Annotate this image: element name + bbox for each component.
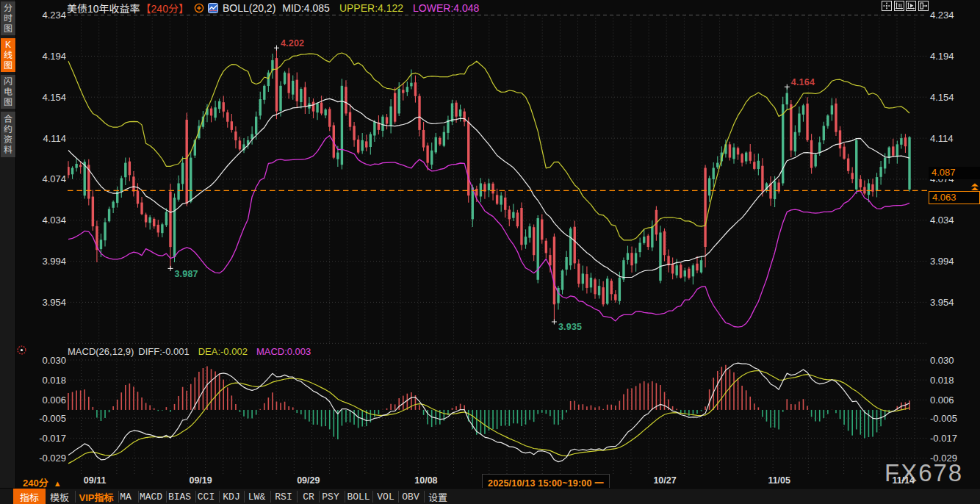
toolbar-divider — [398, 491, 399, 503]
exit-panel-icon[interactable] — [918, 1, 929, 11]
macd-axis-label: -0.005 — [35, 413, 66, 424]
price-axis-label: 4.074 — [35, 173, 66, 184]
toolbar-button-template[interactable]: 模板 — [50, 489, 69, 504]
toolbar-button-settings[interactable]: 设置 — [428, 489, 447, 504]
macd-panel — [68, 363, 909, 464]
toolbar-button-rsi[interactable]: RSI — [275, 489, 292, 504]
toolbar-divider — [270, 491, 271, 503]
price-axis-label: 4.114 — [35, 133, 66, 144]
mini-chart-icon[interactable] — [208, 3, 218, 13]
x-axis-date-label: 09/11 — [84, 475, 107, 486]
period-badge: 【240分】 — [141, 1, 189, 15]
x-axis-date-label: 10/08 — [414, 475, 437, 486]
toolbar-divider — [195, 491, 196, 503]
toolbar-divider — [424, 491, 425, 503]
time-axis: 240分▲ 09/1109/1909/2910/0810/2711/0511/1… — [0, 475, 980, 488]
chevron-up-icon: ▲ — [54, 479, 62, 488]
candlestick-chart-canvas[interactable] — [0, 0, 980, 504]
toolbar-button-kdj[interactable]: KDJ — [223, 489, 239, 504]
macd-axis-label: -0.005 — [930, 413, 965, 424]
price-axis-label: 4.194 — [35, 51, 66, 62]
macd-axis-label: 0.030 — [930, 355, 965, 366]
toolbar-divider — [75, 491, 76, 503]
boll-lower-value: LOWER:4.048 — [413, 2, 479, 14]
macd-dea-value: DEA:-0.002 — [198, 346, 248, 357]
chart-overlays — [68, 46, 979, 325]
x-axis-date-label: 11/05 — [768, 475, 790, 486]
toolbar-button-obv[interactable]: OBV — [402, 489, 419, 504]
boll-upper-value: UPPER:4.122 — [339, 2, 403, 14]
toolbar-divider — [219, 491, 220, 503]
price-axis-label: 4.234 — [35, 10, 66, 21]
macd-indicator-label: MACD(26,12,9) — [68, 346, 134, 357]
sidebar: 分时图 K线图 闪电图 合约资料 — [0, 0, 16, 488]
extreme-price-label: 3.935 — [558, 322, 582, 332]
toolbar-button-vip-indicator[interactable]: VIP指标 — [79, 489, 114, 504]
extreme-price-label: 3.987 — [174, 269, 198, 279]
extreme-price-label: 4.164 — [791, 77, 815, 87]
toolbar-divider — [297, 491, 298, 503]
macd-axis-label: 0.006 — [35, 395, 66, 406]
price-axis-label: 4.034 — [35, 215, 66, 226]
macd-macd-value: MACD:0.003 — [256, 346, 311, 357]
instrument-name: 美债10年收益率 — [67, 1, 140, 15]
macd-axis-label: 0.030 — [35, 355, 66, 366]
macd-axis-label: -0.029 — [35, 453, 66, 464]
toolbar-button-lw[interactable]: LW& — [248, 489, 265, 504]
period-text: 240分 — [23, 478, 48, 489]
pan-tool-icon[interactable] — [882, 1, 892, 11]
chart-title-bar: 美债10年收益率 【240分】 BOLL(20,2) MID:4.085 UPP… — [67, 1, 479, 15]
toolbar-button-psy[interactable]: PSY — [322, 489, 339, 504]
watermark: FX678 — [884, 459, 963, 487]
toolbar-divider — [166, 491, 167, 503]
toolbar-button-vol[interactable]: VOL — [377, 489, 394, 504]
macd-axis-label: 0.006 — [930, 395, 965, 406]
alert-bell-icon[interactable] — [16, 345, 27, 359]
indicator-toolbar: 指标模板VIP指标MAMACDBIASCCIKDJLW&RSICRPSYBOLL… — [0, 488, 980, 504]
extreme-price-label: 4.202 — [281, 38, 304, 48]
boll-indicator-label: BOLL(20,2) — [223, 2, 275, 14]
price-axis-label: 4.114 — [930, 133, 965, 144]
boll-mid-value: MID:4.085 — [282, 2, 330, 14]
toolbar-button-boll[interactable]: BOLL — [347, 489, 370, 504]
toolbar-divider — [372, 491, 373, 503]
price-axis-label: 3.954 — [35, 297, 66, 308]
sidebar-tab-flash-chart[interactable]: 闪电图 — [1, 75, 15, 109]
price-panel — [67, 48, 910, 327]
zoom-horizontal-icon[interactable] — [894, 1, 904, 11]
window-controls — [882, 1, 929, 11]
toolbar-button-bias[interactable]: BIAS — [168, 489, 191, 504]
toolbar-button-indicator[interactable]: 指标 — [13, 489, 46, 504]
last-price-tag: 4.087 — [929, 167, 980, 179]
sidebar-tab-contract-info[interactable]: 合约资料 — [1, 112, 15, 157]
price-axis-label: 4.234 — [930, 10, 965, 21]
toolbar-button-cr[interactable]: CR — [303, 489, 314, 504]
macd-axis-label: -0.017 — [35, 433, 66, 444]
macd-axis-label: -0.017 — [930, 433, 965, 444]
price-axis-label: 4.194 — [930, 51, 965, 62]
sidebar-tab-time-chart[interactable]: 分时图 — [1, 1, 15, 35]
price-axis-label: 4.154 — [35, 92, 66, 103]
alert-price-tag: 4.063 — [929, 191, 980, 204]
macd-header: MACD(26,12,9) DIFF:-0.001 DEA:-0.002 MAC… — [68, 346, 311, 357]
chart-application: 分时图 K线图 闪电图 合约资料 美债10年收益率 【240分】 BOLL(20… — [0, 0, 980, 504]
toolbar-button-cci[interactable]: CCI — [198, 489, 215, 504]
macd-diff-value: DIFF:-0.001 — [138, 346, 189, 357]
x-axis-date-label: 09/19 — [189, 475, 212, 486]
toolbar-divider — [118, 491, 119, 503]
circle-plus-icon[interactable] — [194, 3, 204, 13]
toolbar-divider — [138, 491, 139, 503]
toolbar-button-macd[interactable]: MACD — [140, 489, 162, 504]
macd-axis-label: 0.018 — [35, 375, 66, 386]
price-axis-label: 3.994 — [35, 256, 66, 267]
sidebar-tab-kline-chart[interactable]: K线图 — [1, 38, 15, 72]
toolbar-divider — [244, 491, 245, 503]
toolbar-button-ma[interactable]: MA — [120, 489, 131, 504]
x-axis-date-label: 10/27 — [653, 475, 676, 486]
x-axis-date-label: 09/29 — [297, 475, 320, 486]
price-axis-label: 3.954 — [930, 297, 965, 308]
price-axis-label: 3.994 — [930, 256, 965, 267]
toolbar-divider — [345, 491, 345, 503]
auto-play-icon[interactable] — [906, 1, 916, 11]
price-axis-label: 4.034 — [930, 215, 965, 226]
